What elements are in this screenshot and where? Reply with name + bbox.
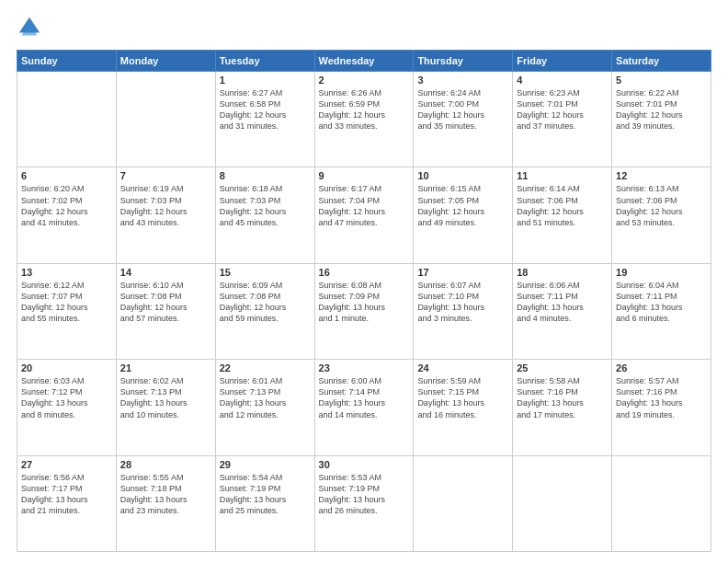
table-row: 21Sunrise: 6:02 AM Sunset: 7:13 PM Dayli… <box>116 360 215 455</box>
day-info: Sunrise: 6:13 AM Sunset: 7:06 PM Dayligh… <box>616 184 683 226</box>
day-number: 9 <box>319 170 410 181</box>
table-row: 3Sunrise: 6:24 AM Sunset: 7:00 PM Daylig… <box>414 72 513 167</box>
logo-icon <box>17 15 42 40</box>
calendar-week-row: 13Sunrise: 6:12 AM Sunset: 7:07 PM Dayli… <box>17 263 711 359</box>
table-row <box>513 455 612 551</box>
table-row: 11Sunrise: 6:14 AM Sunset: 7:06 PM Dayli… <box>513 167 612 263</box>
table-row: 30Sunrise: 5:53 AM Sunset: 7:19 PM Dayli… <box>314 455 414 551</box>
day-number: 5 <box>616 75 707 86</box>
col-thursday: Thursday <box>414 51 513 72</box>
day-number: 13 <box>21 267 112 278</box>
day-number: 29 <box>220 459 311 470</box>
day-info: Sunrise: 5:57 AM Sunset: 7:16 PM Dayligh… <box>616 376 683 419</box>
day-number: 6 <box>21 170 112 181</box>
day-number: 22 <box>220 362 311 373</box>
day-info: Sunrise: 5:56 AM Sunset: 7:17 PM Dayligh… <box>21 473 88 515</box>
day-info: Sunrise: 6:15 AM Sunset: 7:05 PM Dayligh… <box>417 184 484 226</box>
day-info: Sunrise: 6:22 AM Sunset: 7:01 PM Dayligh… <box>616 88 683 131</box>
day-number: 17 <box>417 267 508 278</box>
day-number: 25 <box>517 362 608 373</box>
day-info: Sunrise: 6:18 AM Sunset: 7:03 PM Dayligh… <box>220 184 287 226</box>
col-monday: Monday <box>116 51 215 72</box>
day-number: 18 <box>517 267 608 278</box>
day-info: Sunrise: 6:24 AM Sunset: 7:00 PM Dayligh… <box>417 88 484 131</box>
table-row: 24Sunrise: 5:59 AM Sunset: 7:15 PM Dayli… <box>414 360 513 455</box>
day-info: Sunrise: 6:17 AM Sunset: 7:04 PM Dayligh… <box>319 184 386 226</box>
day-info: Sunrise: 6:06 AM Sunset: 7:11 PM Dayligh… <box>517 281 584 323</box>
day-info: Sunrise: 6:19 AM Sunset: 7:03 PM Dayligh… <box>120 184 188 226</box>
col-friday: Friday <box>513 51 612 72</box>
day-number: 27 <box>21 459 112 470</box>
calendar-week-row: 1Sunrise: 6:27 AM Sunset: 6:58 PM Daylig… <box>17 72 711 167</box>
col-sunday: Sunday <box>17 51 117 72</box>
table-row: 14Sunrise: 6:10 AM Sunset: 7:08 PM Dayli… <box>116 263 215 359</box>
day-info: Sunrise: 6:00 AM Sunset: 7:14 PM Dayligh… <box>319 376 386 419</box>
day-number: 15 <box>220 267 311 278</box>
day-number: 3 <box>417 75 508 86</box>
table-row: 25Sunrise: 5:58 AM Sunset: 7:16 PM Dayli… <box>513 360 612 455</box>
day-number: 14 <box>120 267 211 278</box>
day-info: Sunrise: 6:26 AM Sunset: 6:59 PM Dayligh… <box>319 88 386 131</box>
day-info: Sunrise: 6:14 AM Sunset: 7:06 PM Dayligh… <box>517 184 584 226</box>
day-number: 12 <box>616 170 707 181</box>
day-info: Sunrise: 6:08 AM Sunset: 7:09 PM Dayligh… <box>319 281 386 323</box>
calendar-week-row: 20Sunrise: 6:03 AM Sunset: 7:12 PM Dayli… <box>17 360 711 455</box>
day-info: Sunrise: 6:27 AM Sunset: 6:58 PM Dayligh… <box>220 88 287 131</box>
day-number: 30 <box>319 459 410 470</box>
table-row <box>116 72 215 167</box>
table-row: 28Sunrise: 5:55 AM Sunset: 7:18 PM Dayli… <box>116 455 215 551</box>
day-number: 20 <box>21 362 112 373</box>
table-row: 22Sunrise: 6:01 AM Sunset: 7:13 PM Dayli… <box>215 360 314 455</box>
table-row: 23Sunrise: 6:00 AM Sunset: 7:14 PM Dayli… <box>314 360 414 455</box>
day-info: Sunrise: 5:54 AM Sunset: 7:19 PM Dayligh… <box>220 473 287 515</box>
day-info: Sunrise: 6:03 AM Sunset: 7:12 PM Dayligh… <box>21 376 88 419</box>
table-row: 16Sunrise: 6:08 AM Sunset: 7:09 PM Dayli… <box>314 263 414 359</box>
day-info: Sunrise: 5:59 AM Sunset: 7:15 PM Dayligh… <box>417 376 484 419</box>
day-number: 2 <box>319 75 410 86</box>
table-row: 18Sunrise: 6:06 AM Sunset: 7:11 PM Dayli… <box>513 263 612 359</box>
day-info: Sunrise: 6:07 AM Sunset: 7:10 PM Dayligh… <box>417 281 484 323</box>
day-number: 1 <box>220 75 311 86</box>
col-saturday: Saturday <box>612 51 711 72</box>
col-tuesday: Tuesday <box>215 51 314 72</box>
calendar-week-row: 27Sunrise: 5:56 AM Sunset: 7:17 PM Dayli… <box>17 455 711 551</box>
table-row: 29Sunrise: 5:54 AM Sunset: 7:19 PM Dayli… <box>215 455 314 551</box>
day-number: 21 <box>120 362 211 373</box>
day-info: Sunrise: 6:01 AM Sunset: 7:13 PM Dayligh… <box>220 376 287 419</box>
day-number: 26 <box>616 362 707 373</box>
day-number: 19 <box>616 267 707 278</box>
header <box>17 15 711 40</box>
day-info: Sunrise: 5:55 AM Sunset: 7:18 PM Dayligh… <box>120 473 188 515</box>
calendar-header-row: Sunday Monday Tuesday Wednesday Thursday… <box>17 51 711 72</box>
table-row: 1Sunrise: 6:27 AM Sunset: 6:58 PM Daylig… <box>215 72 314 167</box>
day-info: Sunrise: 5:58 AM Sunset: 7:16 PM Dayligh… <box>517 376 584 419</box>
day-number: 23 <box>319 362 410 373</box>
table-row: 12Sunrise: 6:13 AM Sunset: 7:06 PM Dayli… <box>612 167 711 263</box>
day-number: 11 <box>517 170 608 181</box>
table-row: 19Sunrise: 6:04 AM Sunset: 7:11 PM Dayli… <box>612 263 711 359</box>
day-info: Sunrise: 5:53 AM Sunset: 7:19 PM Dayligh… <box>319 473 386 515</box>
logo <box>17 15 46 40</box>
day-number: 24 <box>417 362 508 373</box>
day-number: 8 <box>220 170 311 181</box>
table-row: 17Sunrise: 6:07 AM Sunset: 7:10 PM Dayli… <box>414 263 513 359</box>
table-row <box>17 72 117 167</box>
day-number: 16 <box>319 267 410 278</box>
calendar-table: Sunday Monday Tuesday Wednesday Thursday… <box>17 50 711 552</box>
table-row: 4Sunrise: 6:23 AM Sunset: 7:01 PM Daylig… <box>513 72 612 167</box>
table-row: 6Sunrise: 6:20 AM Sunset: 7:02 PM Daylig… <box>17 167 117 263</box>
day-info: Sunrise: 6:12 AM Sunset: 7:07 PM Dayligh… <box>21 281 88 323</box>
table-row: 27Sunrise: 5:56 AM Sunset: 7:17 PM Dayli… <box>17 455 117 551</box>
day-info: Sunrise: 6:23 AM Sunset: 7:01 PM Dayligh… <box>517 88 584 131</box>
table-row: 2Sunrise: 6:26 AM Sunset: 6:59 PM Daylig… <box>314 72 414 167</box>
table-row: 8Sunrise: 6:18 AM Sunset: 7:03 PM Daylig… <box>215 167 314 263</box>
table-row: 9Sunrise: 6:17 AM Sunset: 7:04 PM Daylig… <box>314 167 414 263</box>
day-number: 4 <box>517 75 608 86</box>
day-info: Sunrise: 6:02 AM Sunset: 7:13 PM Dayligh… <box>120 376 188 419</box>
table-row: 7Sunrise: 6:19 AM Sunset: 7:03 PM Daylig… <box>116 167 215 263</box>
table-row <box>612 455 711 551</box>
day-number: 10 <box>417 170 508 181</box>
table-row: 10Sunrise: 6:15 AM Sunset: 7:05 PM Dayli… <box>414 167 513 263</box>
day-number: 7 <box>120 170 211 181</box>
table-row <box>414 455 513 551</box>
